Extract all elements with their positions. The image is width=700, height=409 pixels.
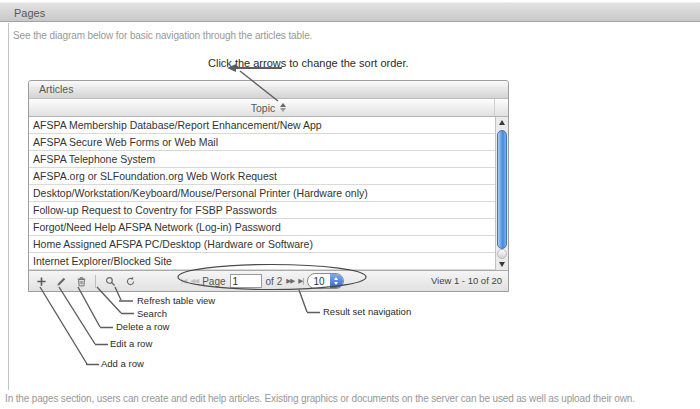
pager-first-icon[interactable]: |◀ <box>181 277 186 285</box>
sort-arrows-icon[interactable] <box>280 103 286 112</box>
delete-row-button[interactable] <box>75 275 87 287</box>
table-row[interactable]: Internet Explorer/Blocked Site <box>29 253 508 270</box>
table-row[interactable]: AFSPA.org or SLFoundation.org Web Work R… <box>29 168 508 185</box>
page-number-input[interactable] <box>230 274 262 288</box>
bottom-note: In the pages section, users can create a… <box>5 393 700 404</box>
trash-icon <box>76 276 87 287</box>
table-row[interactable]: AFSPA Telephone System <box>29 151 508 168</box>
table-row[interactable]: Follow-up Request to Coventry for FSBP P… <box>29 202 508 219</box>
refresh-icon <box>125 276 136 287</box>
refresh-button[interactable] <box>124 275 136 287</box>
page: Pages See the diagram below for basic na… <box>0 0 700 409</box>
toolbar-separator <box>95 275 96 288</box>
column-header-label: Topic <box>251 102 276 114</box>
page-size-select[interactable]: 10 <box>307 273 343 289</box>
table-row[interactable]: AFSPA Membership Database/Report Enhance… <box>29 117 508 134</box>
table-row[interactable]: Home Assigned AFSPA PC/Desktop (Hardware… <box>29 236 508 253</box>
pager-page-label: Page <box>202 276 225 287</box>
stepper-icon[interactable] <box>330 274 343 288</box>
pencil-icon <box>56 276 67 287</box>
callout-result-nav: Result set navigation <box>323 306 411 317</box>
callout-edit: Edit a row <box>110 338 152 349</box>
table-row[interactable]: Desktop/Workstation/Keyboard/Mouse/Perso… <box>29 185 508 202</box>
pager-of-label: of 2 <box>266 276 283 287</box>
scrollbar-thumb[interactable] <box>497 130 507 249</box>
pager: |◀ ◀◀ Page of 2 ▶▶ ▶| 10 <box>181 271 344 291</box>
table-title-bar: Articles <box>29 81 508 99</box>
callout-delete: Delete a row <box>116 321 169 332</box>
page-size-value: 10 <box>308 276 329 287</box>
callout-search: Search <box>137 308 167 319</box>
vertical-scrollbar[interactable] <box>495 117 508 270</box>
table-rows: AFSPA Membership Database/Report Enhance… <box>29 117 508 270</box>
column-header-topic[interactable]: Topic <box>29 99 508 117</box>
scrollbar-track-nub <box>497 249 507 259</box>
callout-add: Add a row <box>101 358 144 369</box>
footer-toolbar <box>35 271 136 291</box>
scroll-up-icon[interactable] <box>496 117 508 128</box>
search-button[interactable] <box>104 275 116 287</box>
sort-annotation: Click the arrows to change the sort orde… <box>208 57 409 69</box>
add-row-button[interactable] <box>35 275 47 287</box>
section-header: Pages <box>0 2 700 22</box>
intro-text: See the diagram below for basic navigati… <box>13 30 312 41</box>
plus-icon <box>36 276 47 287</box>
pager-prev-icon[interactable]: ◀◀ <box>190 277 198 285</box>
magnifier-icon <box>105 276 116 287</box>
table-row[interactable]: AFSPA Secure Web Forms or Web Mail <box>29 134 508 151</box>
callout-refresh: Refresh table view <box>137 295 215 306</box>
section-title: Pages <box>14 4 45 23</box>
scroll-down-icon[interactable] <box>496 259 508 270</box>
pager-next-icon[interactable]: ▶▶ <box>286 277 294 285</box>
articles-table: Articles Topic AFSPA Membership Database… <box>28 80 509 292</box>
table-row[interactable]: Forgot/Need Help AFSPA Network (Log-in) … <box>29 219 508 236</box>
pager-last-icon[interactable]: ▶| <box>298 277 303 285</box>
edit-row-button[interactable] <box>55 275 67 287</box>
table-footer: |◀ ◀◀ Page of 2 ▶▶ ▶| 10 View 1 - 10 of … <box>29 270 508 291</box>
view-status: View 1 - 10 of 20 <box>431 275 502 286</box>
